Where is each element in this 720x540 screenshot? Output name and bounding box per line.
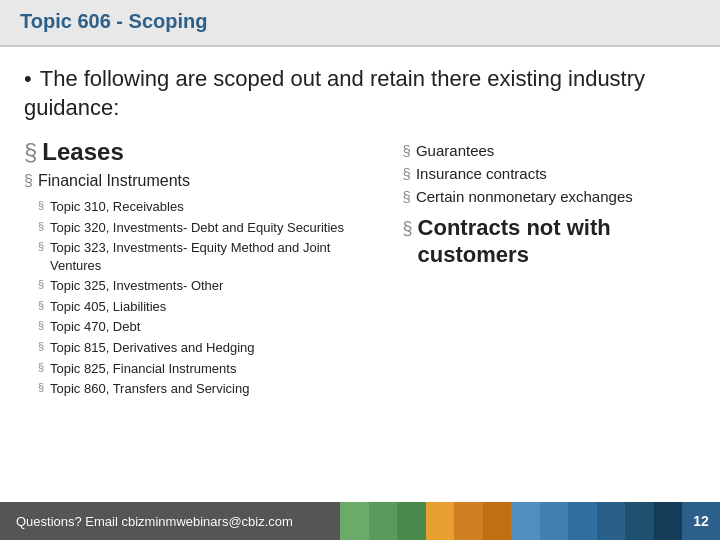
list-item: Topic 405, Liabilities xyxy=(38,298,383,316)
insurance-item: Insurance contracts xyxy=(403,165,696,182)
financial-instruments-list: Topic 310, Receivables Topic 320, Invest… xyxy=(24,198,383,397)
footer-color-block xyxy=(397,502,426,540)
footer-color-block xyxy=(625,502,654,540)
list-item: Topic 815, Derivatives and Hedging xyxy=(38,339,383,357)
left-column: Leases Financial Instruments Topic 310, … xyxy=(24,138,383,401)
footer-contact: Questions? Email cbizminmwebinars@cbiz.c… xyxy=(0,502,340,540)
footer-color-block xyxy=(568,502,597,540)
list-item: Topic 310, Receivables xyxy=(38,198,383,216)
footer-color-block xyxy=(597,502,626,540)
footer-color-block xyxy=(369,502,398,540)
footer-color-block xyxy=(654,502,683,540)
footer-color-block xyxy=(426,502,455,540)
financial-instruments-heading: Financial Instruments xyxy=(24,172,383,190)
intro-bullet-text: The following are scoped out and retain … xyxy=(24,66,645,120)
main-content: The following are scoped out and retain … xyxy=(0,47,720,412)
page-number: 12 xyxy=(682,502,720,540)
list-item: Topic 323, Investments- Equity Method an… xyxy=(38,239,383,274)
list-item: Topic 320, Investments- Debt and Equity … xyxy=(38,219,383,237)
contracts-heading: Contracts not with customers xyxy=(403,215,696,268)
footer-color-block xyxy=(340,502,369,540)
list-item: Topic 470, Debt xyxy=(38,318,383,336)
list-item: Topic 825, Financial Instruments xyxy=(38,360,383,378)
footer: Questions? Email cbizminmwebinars@cbiz.c… xyxy=(0,502,720,540)
footer-color-block xyxy=(511,502,540,540)
guarantees-item: Guarantees xyxy=(403,142,696,159)
columns-container: Leases Financial Instruments Topic 310, … xyxy=(24,138,696,401)
list-item: Topic 325, Investments- Other xyxy=(38,277,383,295)
footer-contact-text: Questions? Email cbizminmwebinars@cbiz.c… xyxy=(16,514,293,529)
header: Topic 606 - Scoping xyxy=(0,0,720,47)
footer-color-block xyxy=(540,502,569,540)
page-title: Topic 606 - Scoping xyxy=(20,10,207,32)
intro-text: The following are scoped out and retain … xyxy=(24,65,696,122)
nonmonetary-item: Certain nonmonetary exchanges xyxy=(403,188,696,205)
right-column: Guarantees Insurance contracts Certain n… xyxy=(403,138,696,401)
footer-color-block xyxy=(454,502,483,540)
footer-color-block xyxy=(483,502,512,540)
footer-color-blocks xyxy=(340,502,682,540)
list-item: Topic 860, Transfers and Servicing xyxy=(38,380,383,398)
leases-heading: Leases xyxy=(24,138,383,166)
